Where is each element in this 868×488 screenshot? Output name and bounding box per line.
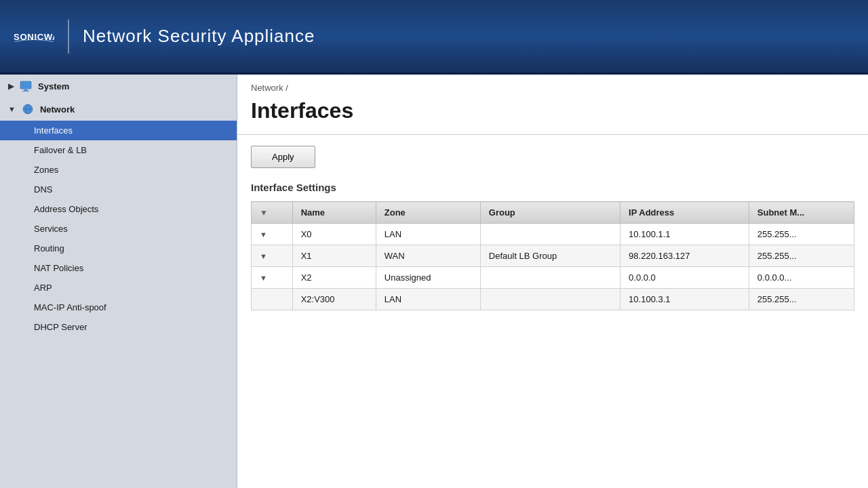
header-title: Network Security Appliance: [83, 26, 315, 47]
sidebar-label-nat-policies: NAT Policies: [34, 263, 83, 273]
row-expand-x0[interactable]: ▼: [252, 224, 293, 245]
content-area: Network / Interfaces Apply Interface Set…: [237, 75, 868, 488]
interface-table: ▼ Name Zone Group: [251, 201, 854, 310]
breadcrumb-separator: /: [285, 83, 288, 93]
cell-subnet-x2: 0.0.0.0...: [749, 267, 854, 289]
arrow-down-icon: ▼: [8, 105, 16, 113]
table-row: ▼ X2 Unassigned 0.0.0.0 0.0.0.0...: [252, 267, 854, 289]
sidebar-label-system: System: [38, 81, 69, 92]
cell-ip-x2v300: 10.100.3.1: [620, 289, 749, 310]
col-zone[interactable]: Zone: [376, 202, 480, 224]
breadcrumb-network: Network: [251, 83, 283, 93]
content-body: Apply Interface Settings ▼ Name: [237, 135, 868, 321]
sidebar-label-dhcp-server: DHCP Server: [34, 322, 87, 332]
cell-zone-x2: Unassigned: [376, 267, 480, 289]
page-title: Interfaces: [237, 96, 868, 135]
cell-name-x1: X1: [292, 245, 376, 267]
table-row: X2:V300 LAN 10.100.3.1 255.255...: [252, 289, 854, 310]
cell-zone-x2v300: LAN: [376, 289, 480, 310]
sidebar-item-arp[interactable]: ARP: [0, 278, 237, 298]
cell-name-x2: X2: [292, 267, 376, 289]
col-expand: ▼: [252, 202, 293, 224]
cell-name-x0: X0: [292, 224, 376, 245]
sidebar-item-address-objects[interactable]: Address Objects: [0, 199, 237, 219]
sidebar-label-dns: DNS: [34, 184, 52, 195]
cell-ip-x1: 98.220.163.127: [620, 245, 749, 267]
cell-subnet-x1: 255.255...: [749, 245, 854, 267]
cell-ip-x2: 0.0.0.0: [620, 267, 749, 289]
sidebar-item-failover[interactable]: Failover & LB: [0, 140, 237, 160]
apply-button[interactable]: Apply: [251, 146, 315, 168]
breadcrumb: Network /: [237, 75, 868, 96]
table-header-row: ▼ Name Zone Group: [252, 202, 854, 224]
sidebar-item-dhcp-server[interactable]: DHCP Server: [0, 317, 237, 337]
sidebar-label-mac-ip-anti-spoof: MAC-IP Anti-spoof: [34, 302, 106, 312]
sidebar-label-routing: Routing: [34, 243, 64, 253]
sidebar-label-arp: ARP: [34, 283, 52, 293]
col-subnet[interactable]: Subnet M...: [749, 202, 854, 224]
sidebar-label-address-objects: Address Objects: [34, 204, 98, 214]
logo-area: SONICWALL: [14, 26, 54, 47]
cell-group-x0: [480, 224, 620, 245]
cell-group-x2: [480, 267, 620, 289]
sidebar-item-routing[interactable]: Routing: [0, 239, 237, 258]
sidebar-item-zones[interactable]: Zones: [0, 160, 237, 180]
cell-group-x2v300: [480, 289, 620, 310]
row-expand-x1[interactable]: ▼: [252, 245, 293, 267]
sidebar-item-nat-policies[interactable]: NAT Policies: [0, 258, 237, 278]
svg-rect-2: [24, 89, 28, 91]
sidebar-label-interfaces: Interfaces: [34, 125, 73, 136]
header-divider: [68, 20, 69, 54]
globe-icon: [21, 102, 35, 116]
sidebar-label-services: Services: [34, 224, 68, 234]
table-row: ▼ X0 LAN 10.100.1.1 255.255...: [252, 224, 854, 245]
col-group[interactable]: Group: [480, 202, 620, 224]
sidebar-item-system[interactable]: ▶ System: [0, 75, 237, 98]
col-ip-address[interactable]: IP Address: [620, 202, 749, 224]
main-layout: ▶ System ▼ Network Interfaces Failover &: [0, 75, 868, 488]
expand-arrow-icon: ▼: [260, 230, 267, 239]
row-expand-x2v300: [252, 289, 293, 310]
cell-zone-x1: WAN: [376, 245, 480, 267]
section-title: Interface Settings: [251, 182, 854, 193]
monitor-icon: [19, 79, 33, 93]
table-row: ▼ X1 WAN Default LB Group 98.220.163.127…: [252, 245, 854, 267]
expand-arrow-icon: ▼: [260, 252, 267, 260]
sonicwall-logo-svg: SONICWALL: [14, 26, 54, 47]
cell-name-x2v300: X2:V300: [292, 289, 376, 310]
expand-arrow-icon: ▼: [260, 274, 267, 282]
row-expand-x2[interactable]: ▼: [252, 267, 293, 289]
sidebar-item-network[interactable]: ▼ Network: [0, 98, 237, 121]
sidebar: ▶ System ▼ Network Interfaces Failover &: [0, 75, 237, 488]
sidebar-label-zones: Zones: [34, 165, 58, 175]
sidebar-item-dns[interactable]: DNS: [0, 180, 237, 199]
sidebar-label-network: Network: [40, 104, 75, 115]
header: SONICWALL Network Security Appliance: [0, 0, 868, 75]
filter-icon: ▼: [260, 208, 268, 218]
cell-subnet-x2v300: 255.255...: [749, 289, 854, 310]
arrow-right-icon: ▶: [8, 82, 14, 91]
svg-rect-1: [20, 81, 31, 89]
cell-zone-x0: LAN: [376, 224, 480, 245]
svg-rect-3: [22, 91, 29, 92]
cell-subnet-x0: 255.255...: [749, 224, 854, 245]
sidebar-label-failover: Failover & LB: [34, 145, 87, 155]
cell-group-x1: Default LB Group: [480, 245, 620, 267]
col-name[interactable]: Name: [292, 202, 376, 224]
sidebar-item-interfaces[interactable]: Interfaces: [0, 121, 237, 140]
cell-ip-x0: 10.100.1.1: [620, 224, 749, 245]
sidebar-item-mac-ip-anti-spoof[interactable]: MAC-IP Anti-spoof: [0, 298, 237, 317]
sidebar-item-services[interactable]: Services: [0, 219, 237, 239]
